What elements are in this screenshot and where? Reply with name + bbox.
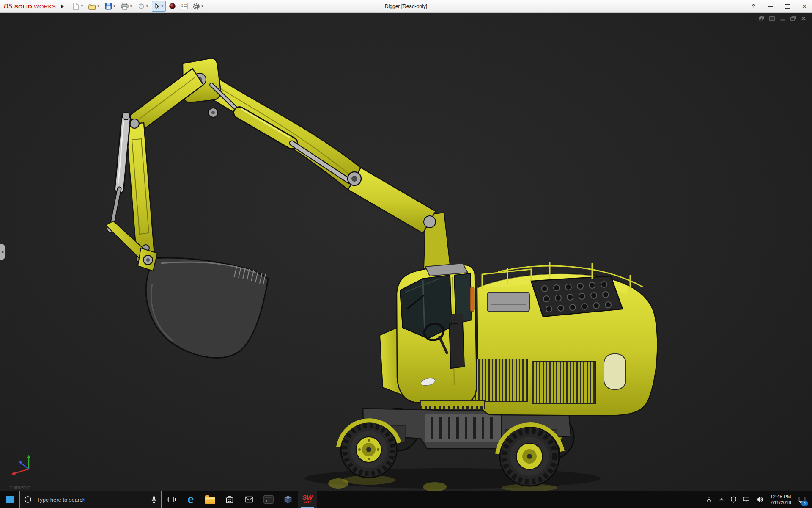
cascade-windows-icon[interactable] <box>759 16 764 21</box>
undo-button[interactable]: ▼ <box>136 1 151 12</box>
operator-cab[interactable] <box>397 263 484 409</box>
undo-icon <box>137 3 145 10</box>
save-button[interactable]: ▼ <box>103 1 118 12</box>
solidworks-2017-button[interactable]: SW 2017 <box>298 491 317 508</box>
options-button[interactable]: ▼ <box>191 1 206 12</box>
title-bar: DS SOLIDWORKS ▼ ▼ <box>0 0 812 13</box>
console-app-icon <box>263 494 274 505</box>
volume-tray-button[interactable] <box>753 491 766 508</box>
doc-restore-icon[interactable] <box>790 16 796 21</box>
print-button[interactable]: ▼ <box>119 1 134 12</box>
print-icon <box>121 3 129 10</box>
taskbar-apps: e <box>162 491 317 508</box>
open-folder-icon <box>88 3 96 10</box>
doc-minimize-icon[interactable] <box>780 16 785 21</box>
engine-house[interactable] <box>473 262 657 416</box>
speaker-icon <box>756 496 763 503</box>
clock-time: 12:45 PM <box>770 494 791 500</box>
standard-toolbar: ▼ ▼ ▼ ▼ <box>71 1 206 12</box>
help-button[interactable]: ? <box>750 3 757 10</box>
search-input[interactable] <box>36 496 147 503</box>
cortana-circle-icon <box>24 496 32 503</box>
network-icon <box>743 496 750 503</box>
menu-expand-arrow-icon[interactable] <box>61 4 64 8</box>
graphics-viewport[interactable]: ◄ *Dimetric <box>0 13 812 491</box>
taskbar: e <box>0 491 812 508</box>
cad-cube-icon <box>283 494 293 505</box>
windows-logo-icon <box>6 496 14 503</box>
appearance-sphere-icon <box>169 3 176 10</box>
maximize-button[interactable] <box>784 3 791 10</box>
brand-solid: SOLID <box>14 3 32 10</box>
gear-icon <box>192 3 200 10</box>
chevron-up-icon <box>719 497 724 502</box>
tile-windows-icon[interactable] <box>769 16 775 21</box>
window-controls: ? × <box>750 0 808 13</box>
properties-button[interactable] <box>179 1 189 12</box>
minimize-button[interactable] <box>767 3 774 10</box>
notification-badge: 2 <box>801 501 808 506</box>
orientation-triad <box>7 453 35 478</box>
task-view-button[interactable] <box>162 491 181 508</box>
solidworks-logo: DS SOLIDWORKS <box>3 2 56 11</box>
cad-cube-app-button[interactable] <box>278 491 298 508</box>
doc-close-icon[interactable] <box>801 16 806 21</box>
shield-icon <box>730 496 737 503</box>
close-button[interactable]: × <box>801 3 808 10</box>
console-app-button[interactable] <box>259 491 278 508</box>
edge-button[interactable]: e <box>181 491 200 508</box>
rear-wheel[interactable] <box>500 427 559 486</box>
start-button[interactable] <box>0 491 19 508</box>
mail-icon <box>244 494 254 505</box>
brand-works: WORKS <box>34 3 56 10</box>
digger-3d-model[interactable] <box>0 13 812 491</box>
select-button[interactable]: ▼ <box>152 1 166 12</box>
store-icon <box>225 494 235 505</box>
properties-icon <box>181 3 188 10</box>
new-document-icon <box>72 3 80 10</box>
people-icon <box>705 496 713 503</box>
system-tray: 12:45 PM 7/11/2018 2 <box>702 491 812 508</box>
appearance-button[interactable] <box>167 1 178 12</box>
action-center-button[interactable]: 2 <box>795 491 809 508</box>
clock-date: 7/11/2018 <box>770 500 791 505</box>
select-cursor-icon <box>154 3 160 10</box>
security-tray-button[interactable] <box>727 491 740 508</box>
microphone-icon[interactable] <box>151 496 157 503</box>
feature-panel-collapse-tab[interactable]: ◄ <box>0 244 5 260</box>
people-button[interactable] <box>702 491 716 508</box>
network-tray-button[interactable] <box>740 491 753 508</box>
mail-button[interactable] <box>239 491 259 508</box>
edge-icon: e <box>187 494 194 505</box>
task-view-icon <box>166 494 176 505</box>
solidworks-2017-icon: SW 2017 <box>302 495 313 504</box>
store-button[interactable] <box>220 491 239 508</box>
taskbar-search[interactable] <box>19 491 162 508</box>
boom-arm[interactable] <box>126 58 436 262</box>
new-document-button[interactable]: ▼ <box>71 1 85 12</box>
bucket[interactable] <box>138 248 268 358</box>
window-title: Digger [Read-only] <box>385 0 427 13</box>
dassault-ds-logo: DS <box>3 2 13 11</box>
open-button[interactable]: ▼ <box>87 1 102 12</box>
file-explorer-button[interactable] <box>200 491 220 508</box>
solidworks-window: DS SOLIDWORKS ▼ ▼ <box>0 0 812 508</box>
taskbar-clock[interactable]: 12:45 PM 7/11/2018 <box>766 491 795 508</box>
file-explorer-icon <box>205 497 215 504</box>
document-window-controls <box>759 16 806 21</box>
view-orientation-label: *Dimetric <box>9 485 30 491</box>
model-shadow <box>304 468 601 491</box>
save-icon <box>105 3 112 10</box>
hidden-icons-button[interactable] <box>716 491 727 508</box>
